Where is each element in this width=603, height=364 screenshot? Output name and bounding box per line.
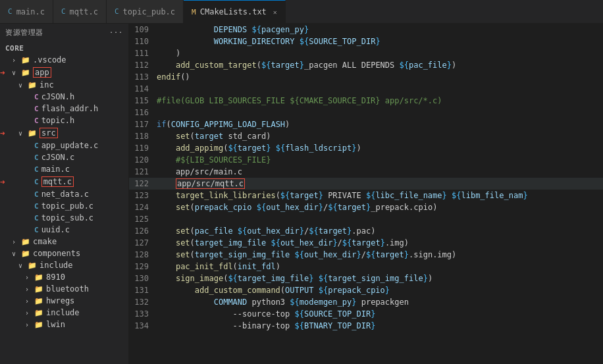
folder-icon: 📁 [21, 56, 30, 65]
sidebar-item-src[interactable]: ➜ ∨ 📁 src [0, 126, 128, 140]
sidebar-menu-button[interactable]: ··· [109, 28, 123, 37]
code-line-123: 123 target_link_libraries(${target} PRIV… [129, 190, 603, 201]
line-number: 119 [129, 142, 157, 154]
line-number: 124 [129, 201, 157, 213]
bluetooth-label: bluetooth [46, 284, 89, 294]
sidebar-item-cmake[interactable]: › 📁 cmake [0, 236, 128, 247]
sidebar-item-main-c[interactable]: C main.c [0, 163, 128, 175]
folder-icon: 📁 [21, 249, 30, 258]
sidebar-item-topic-sub-c[interactable]: C topic_sub.c [0, 212, 128, 224]
sidebar-item-topic-pub-c[interactable]: C topic_pub.c [0, 200, 128, 212]
h-file-icon: C [34, 93, 39, 101]
sidebar-item-flash-addr-h[interactable]: C flash_addr.h [0, 103, 128, 115]
line-content: set(prepack_cpio ${out_hex_dir}/${target… [157, 201, 603, 213]
line-content: add_custom_command(OUTPUT ${prepack_cpio… [157, 284, 603, 296]
code-line-134: 134 --binary-top ${BTNARY_TOP_DIR} [129, 320, 603, 332]
code-line-132: 132 COMMAND python3 ${modemgen_py} prepa… [129, 296, 603, 308]
c-file-icon: C [34, 165, 39, 174]
sidebar-item-vscode[interactable]: › 📁 .vscode [0, 54, 128, 66]
include-label: include [39, 261, 73, 270]
tab-topic-pub-label: topic_pub.c [123, 7, 175, 16]
tab-cmakelists[interactable]: M CMakeLists.txt ✕ [184, 0, 286, 23]
tab-main-c-label: main.c [16, 7, 45, 16]
app-update-c-label: app_update.c [41, 141, 99, 150]
sidebar: 资源管理器 ··· CORE › 📁 .vscode ➜ ∨ 📁 app ∨ 📁… [0, 24, 129, 364]
code-line-131: 131 add_custom_command(OUTPUT ${prepack_… [129, 284, 603, 296]
line-number: 127 [129, 237, 157, 249]
sidebar-item-include2[interactable]: › 📁 include [0, 307, 128, 319]
hwregs-label: hwregs [46, 296, 74, 305]
line-number: 110 [129, 36, 157, 47]
inc-label: inc [39, 80, 54, 90]
code-line-128: 128 set(target_sign_img_file ${out_hex_d… [129, 249, 603, 261]
src-label: src [39, 128, 58, 138]
sidebar-item-cjson-c[interactable]: C cJSON.c [0, 151, 128, 163]
tab-topic-pub-c[interactable]: C topic_pub.c [107, 0, 184, 23]
code-editor[interactable]: 109 DEPENDS ${pacgen_py} 110 WORKING_DIR… [129, 24, 603, 364]
sidebar-item-app-update-c[interactable]: C app_update.c [0, 140, 128, 151]
code-line-125: 125 [129, 213, 603, 225]
tab-c-icon: C [8, 7, 13, 16]
line-number: 129 [129, 261, 157, 273]
sidebar-item-include[interactable]: ∨ 📁 include [0, 259, 128, 271]
chevron-right-icon: › [25, 309, 32, 317]
sidebar-item-bluetooth[interactable]: › 📁 bluetooth [0, 283, 128, 295]
code-line-120: 120 #${LIB_SOURCES_FILE} [129, 154, 603, 166]
code-line-122: 122 app/src/mqtt.c [129, 178, 603, 190]
folder-icon: 📁 [28, 261, 37, 270]
uuid-c-label: uuid.c [41, 225, 70, 234]
line-number: 120 [129, 154, 157, 166]
sidebar-item-mqtt-c[interactable]: ➜ C mqtt.c [0, 175, 128, 188]
cjson-c-label: cJSON.c [41, 153, 75, 162]
sidebar-item-lwin[interactable]: › 📁 lwin [0, 319, 128, 330]
chevron-right-icon: › [25, 274, 32, 281]
code-line-133: 133 --source-top ${SOURCE_TOP_DIR} [129, 308, 603, 320]
code-line-112: 112 add_custom_target(${target}_pacgen A… [129, 59, 603, 71]
topic-h-label: topic.h [41, 116, 75, 125]
sidebar-item-net-data-c[interactable]: C net_data.c [0, 188, 128, 200]
folder-icon: 📁 [21, 238, 30, 246]
code-line-116: 116 [129, 107, 603, 118]
code-lines: 109 DEPENDS ${pacgen_py} 110 WORKING_DIR… [129, 24, 603, 332]
chevron-down-icon: ∨ [18, 262, 25, 269]
8910-label: 8910 [46, 273, 65, 282]
code-line-117: 117 if(CONFIG_APPIMG_LOAD_FLASH) [129, 118, 603, 130]
line-content: #${LIB_SOURCES_FILE} [157, 154, 603, 166]
close-tab-button[interactable]: ✕ [273, 9, 277, 16]
tab-mqtt-c[interactable]: C mqtt.c [53, 0, 107, 23]
folder-icon: 📁 [34, 309, 43, 317]
line-number: 115 [129, 95, 157, 107]
sidebar-item-hwregs[interactable]: › 📁 hwregs [0, 295, 128, 307]
sidebar-item-8910[interactable]: › 📁 8910 [0, 271, 128, 283]
sidebar-item-topic-h[interactable]: C topic.h [0, 115, 128, 126]
sidebar-item-app[interactable]: ➜ ∨ 📁 app [0, 66, 128, 79]
tab-m-icon: M [192, 8, 196, 16]
code-line-109: 109 DEPENDS ${pacgen_py} [129, 24, 603, 36]
line-number: 112 [129, 59, 157, 71]
code-line-119: 119 add_appimg(${target} ${flash_ldscrip… [129, 142, 603, 154]
mqtt-c-label: mqtt.c [41, 176, 74, 187]
line-content: DEPENDS ${pacgen_py} [157, 24, 603, 36]
line-number: 130 [129, 273, 157, 284]
line-number: 113 [129, 71, 157, 83]
sidebar-item-inc[interactable]: ∨ 📁 inc [0, 79, 128, 91]
sidebar-item-uuid-c[interactable]: C uuid.c [0, 224, 128, 236]
line-content: target_link_libraries(${target} PRIVATE … [157, 190, 603, 201]
tab-cmakelists-label: CMakeLists.txt [200, 7, 267, 16]
lwin-label: lwin [46, 320, 65, 329]
code-line-118: 118 set(target std_card) [129, 130, 603, 142]
tab-main-c[interactable]: C main.c [0, 0, 53, 23]
sidebar-item-cjson-h[interactable]: C cJSON.h [0, 91, 128, 103]
chevron-down-icon: ∨ [18, 130, 25, 137]
line-content: #file(GLOB LIB_SOURCES_FILE ${CMAKE_SOUR… [157, 95, 603, 107]
sidebar-item-components[interactable]: ∨ 📁 components [0, 247, 128, 259]
tab-mqtt-c-label: mqtt.c [70, 7, 98, 16]
chevron-down-icon: ∨ [12, 69, 18, 76]
topic-pub-c-label: topic_pub.c [41, 201, 93, 211]
line-content: WORKING_DIRECTORY ${SOURCE_TOP_DIR} [157, 36, 603, 47]
folder-icon: 📁 [34, 273, 43, 282]
chevron-down-icon: ∨ [12, 250, 18, 257]
code-line-115: 115 #file(GLOB LIB_SOURCES_FILE ${CMAKE_… [129, 95, 603, 107]
code-line-126: 126 set(pac_file ${out_hex_dir}/${target… [129, 225, 603, 237]
line-content: set(target_sign_img_file ${out_hex_dir}/… [157, 249, 603, 261]
